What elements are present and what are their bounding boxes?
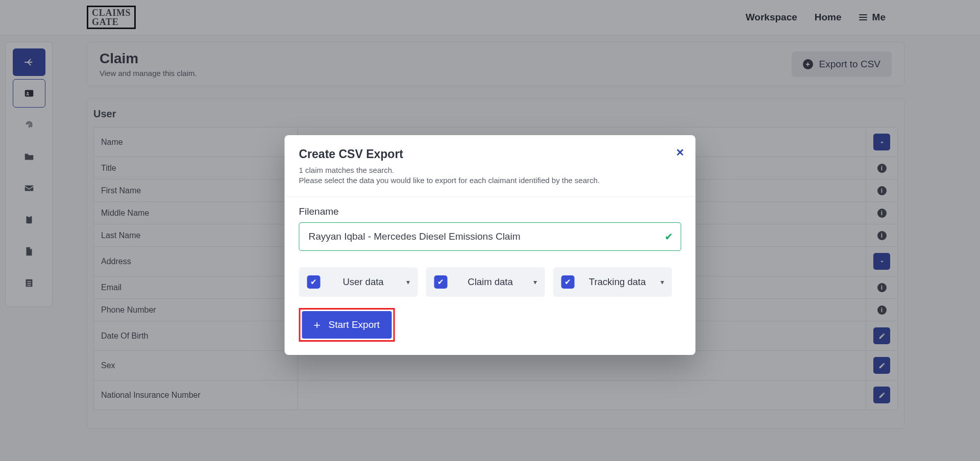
modal-close-button[interactable]: ✕ [676,146,684,159]
export-options-row: ✔User data▾✔Claim data▾✔Tracking data▾ [299,267,681,297]
close-icon: ✕ [676,147,684,158]
checkbox-checked-icon: ✔ [434,275,448,289]
start-export-highlight: ＋ Start Export [299,308,395,342]
chevron-down-icon: ▾ [533,278,537,286]
modal-title: Create CSV Export [299,147,681,161]
export-modal: Create CSV Export 1 claim matches the se… [285,135,696,355]
chip-label: Tracking data [582,276,653,288]
check-icon: ✔ [665,231,673,243]
modal-description: 1 claim matches the search. Please selec… [299,165,681,186]
chip-label: Claim data [455,276,526,288]
export-option-chip[interactable]: ✔Tracking data▾ [553,267,672,297]
chip-label: User data [328,276,399,288]
export-option-chip[interactable]: ✔Claim data▾ [426,267,545,297]
filename-input[interactable] [299,222,681,251]
filename-label: Filename [299,206,681,217]
chevron-down-icon: ▾ [660,278,664,286]
checkbox-checked-icon: ✔ [561,275,575,289]
start-export-button[interactable]: ＋ Start Export [302,311,392,339]
export-option-chip[interactable]: ✔User data▾ [299,267,418,297]
chevron-down-icon: ▾ [406,278,410,286]
checkbox-checked-icon: ✔ [307,275,321,289]
